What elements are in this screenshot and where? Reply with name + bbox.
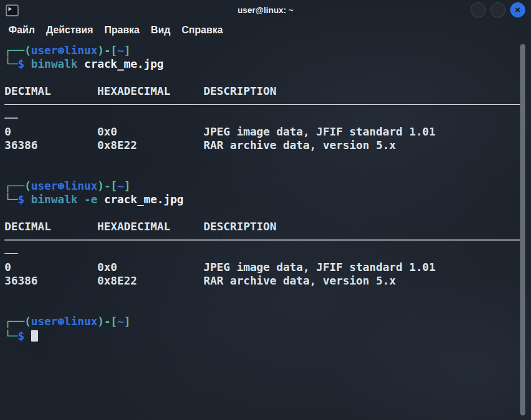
prompt-symbol: $	[18, 330, 24, 343]
prompt-frame: └─	[5, 193, 18, 206]
table-row: 36386 0x8E22 RAR archive data, version 5…	[5, 139, 396, 152]
terminal-output[interactable]: ┌──(user⊛linux)-[~]└─$ binwalk crack_me.…	[0, 41, 531, 417]
table-separator: ────────────────────────────────────────…	[5, 98, 522, 111]
prompt-line: ┌──(user⊛linux)-[~]	[5, 44, 516, 58]
table-row: 0 0x0 JPEG image data, JFIF standard 1.0…	[5, 261, 436, 274]
table-separator: ────────────────────────────────────────…	[5, 98, 516, 112]
close-icon: ×	[515, 5, 521, 15]
prompt-username: user	[31, 180, 58, 193]
prompt-path: ~	[117, 180, 124, 193]
table-separator-wrap: ──	[5, 112, 516, 125]
prompt-hostname: linux	[64, 180, 98, 193]
prompt-path: ~	[117, 44, 124, 57]
menu-bar: Файл Действия Правка Вид Справка	[0, 19, 531, 41]
prompt-frame: )-[	[97, 44, 117, 57]
menu-help[interactable]: Справка	[176, 21, 229, 39]
blank-line	[5, 166, 516, 180]
prompt-path: ~	[117, 315, 124, 328]
table-row: 36386 0x8E22 RAR archive data, version 5…	[5, 139, 516, 152]
command: binwalk	[24, 58, 84, 71]
space	[24, 330, 31, 343]
table-separator-wrap: ──	[5, 247, 18, 260]
prompt-at-symbol: ⊛	[58, 315, 64, 328]
command: binwalk -e	[24, 193, 104, 206]
window-controls: ×	[471, 2, 525, 18]
table-row: 0 0x0 JPEG image data, JFIF standard 1.0…	[5, 125, 516, 139]
prompt-frame: └─	[5, 58, 18, 71]
table-header: DECIMAL HEXADECIMAL DESCRIPTION	[5, 220, 276, 233]
terminal-app-icon[interactable]	[6, 5, 19, 16]
prompt-frame: ]	[124, 315, 130, 328]
prompt-line: ┌──(user⊛linux)-[~]	[5, 180, 516, 193]
close-button[interactable]: ×	[510, 2, 525, 18]
blank-line	[5, 152, 516, 166]
prompt-frame: )-[	[97, 180, 117, 193]
prompt-symbol: $	[18, 58, 24, 71]
maximize-button[interactable]	[490, 2, 506, 18]
command-line: └─$ binwalk -e crack_me.jpg	[5, 193, 516, 207]
terminal-window: user@linux: ~ × Файл Действия Правка Вид…	[0, 0, 531, 420]
table-separator: ────────────────────────────────────────…	[5, 234, 516, 247]
table-separator: ────────────────────────────────────────…	[5, 234, 522, 247]
command-argument: crack_me.jpg	[84, 58, 164, 71]
table-header: DECIMAL HEXADECIMAL DESCRIPTION	[5, 220, 516, 234]
blank-line	[5, 301, 516, 315]
blank-line	[5, 71, 516, 85]
prompt-at-symbol: ⊛	[58, 180, 64, 193]
prompt-frame: ]	[124, 180, 130, 193]
menu-actions[interactable]: Действия	[41, 21, 99, 39]
prompt-frame: ┌──(	[5, 44, 31, 57]
prompt-hostname: linux	[64, 44, 98, 57]
table-row: 0 0x0 JPEG image data, JFIF standard 1.0…	[5, 125, 436, 138]
window-title: user@linux: ~	[0, 0, 531, 19]
blank-line	[5, 288, 516, 301]
table-separator-wrap: ──	[5, 247, 516, 261]
table-row: 36386 0x8E22 RAR archive data, version 5…	[5, 274, 396, 287]
menu-file[interactable]: Файл	[3, 21, 41, 39]
minimize-button[interactable]	[471, 2, 486, 18]
scrollbar-track	[520, 43, 526, 417]
text-cursor	[31, 330, 38, 342]
prompt-frame: ]	[124, 44, 130, 57]
menu-view[interactable]: Вид	[145, 21, 176, 39]
prompt-frame: ┌──(	[5, 315, 31, 328]
prompt-at-symbol: ⊛	[58, 44, 64, 57]
prompt-username: user	[31, 315, 58, 328]
table-row: 36386 0x8E22 RAR archive data, version 5…	[5, 274, 516, 288]
prompt-symbol: $	[18, 193, 24, 206]
titlebar: user@linux: ~ ×	[0, 0, 531, 19]
prompt-frame: └─	[5, 330, 18, 343]
command-argument: crack_me.jpg	[104, 193, 184, 206]
prompt-glyph-icon	[8, 7, 12, 11]
command-line: └─$ binwalk crack_me.jpg	[5, 58, 516, 71]
scrollbar-thumb[interactable]	[520, 44, 525, 415]
table-separator-wrap: ──	[5, 112, 18, 125]
table-row: 0 0x0 JPEG image data, JFIF standard 1.0…	[5, 261, 516, 274]
prompt-line: ┌──(user⊛linux)-[~]	[5, 315, 516, 329]
prompt-frame: )-[	[97, 315, 117, 328]
prompt-username: user	[31, 44, 58, 57]
prompt-hostname: linux	[64, 315, 98, 328]
prompt-frame: ┌──(	[5, 180, 31, 193]
blank-line	[5, 207, 516, 220]
table-header: DECIMAL HEXADECIMAL DESCRIPTION	[5, 85, 276, 98]
command-line: └─$	[5, 329, 516, 342]
table-header: DECIMAL HEXADECIMAL DESCRIPTION	[5, 85, 516, 98]
menu-edit[interactable]: Правка	[99, 21, 145, 39]
